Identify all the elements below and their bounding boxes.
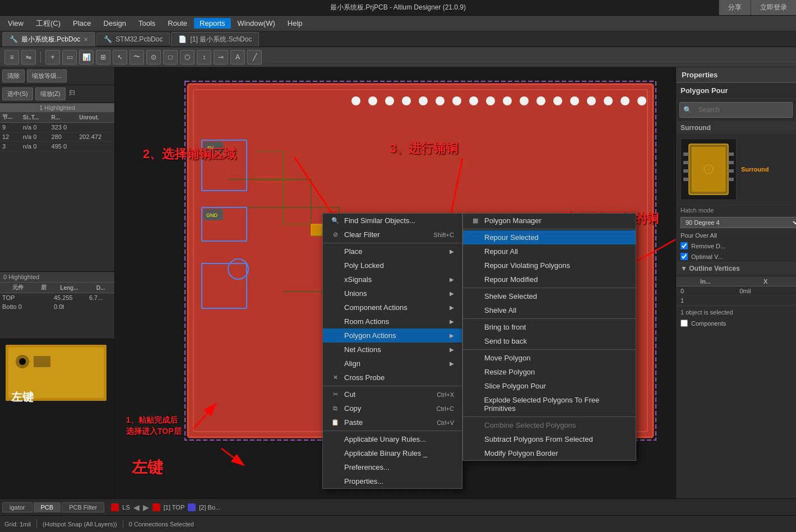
- align-arrow-icon: ▶: [450, 360, 454, 367]
- table-row[interactable]: 3 n/a 0 495 0: [0, 142, 114, 151]
- table-row[interactable]: 1: [676, 296, 796, 306]
- menu-reports[interactable]: Reports: [194, 18, 231, 29]
- tab-sch1-label: [1] 最小系统.SchDoc: [190, 35, 252, 44]
- ctx-repour-selected[interactable]: Repour Selected: [463, 230, 636, 244]
- outline-vertices-section: ▼ Outline Vertices In... X 0 0mil 1: [676, 262, 796, 306]
- menu-window[interactable]: Window(W): [232, 18, 281, 29]
- table-row[interactable]: TOP 45.255 6.7...: [0, 293, 114, 303]
- ctx-find-similar-label: Find Similar Objects...: [344, 216, 415, 225]
- bottom-tab-pcb[interactable]: PCB: [34, 502, 61, 512]
- table-row[interactable]: 9 n/a 0 323 0: [0, 123, 114, 132]
- tab-pcb1-close[interactable]: ✕: [84, 36, 88, 43]
- toolbar-plus-btn[interactable]: +: [45, 50, 60, 64]
- remove-dead-row: Remove D...: [676, 240, 796, 251]
- toolbar-move-btn[interactable]: ⊸: [214, 50, 228, 64]
- toolbar-poly-btn[interactable]: ⬡: [180, 50, 195, 64]
- ctx-slice-polygon[interactable]: Slice Polygon Pour: [463, 379, 636, 393]
- ctx-clear-filter[interactable]: ⊘ Clear Filter Shift+C: [323, 228, 462, 242]
- find-similar-icon: 🔍: [331, 217, 340, 224]
- ctx-properties[interactable]: Properties...: [323, 474, 462, 488]
- ctx-align[interactable]: Align ▶: [323, 357, 462, 371]
- ctx-preferences[interactable]: Preferences...: [323, 460, 462, 474]
- toolbar-grid-btn[interactable]: ⊞: [96, 50, 110, 64]
- hatch-mode-select[interactable]: 90 Degree 4: [681, 217, 796, 228]
- ctx-modify-polygon[interactable]: Modify Polygon Border: [463, 446, 636, 460]
- ctx-polygon-manager[interactable]: ▦ Polygon Manager: [463, 214, 636, 228]
- ctx-cut[interactable]: ✂ Cut Ctrl+X: [323, 387, 462, 401]
- toolbar-rect-btn[interactable]: ▭: [62, 50, 77, 64]
- panel-header: 0 Highlighted: [0, 272, 114, 283]
- search-input[interactable]: [694, 104, 789, 116]
- bottom-tab-igator[interactable]: igator: [2, 502, 33, 512]
- center-canvas[interactable]: 5V GND 2、选择铺铜区域 3、进行铺铜: [115, 67, 675, 498]
- ctx-polygon-actions[interactable]: Polygon Actions ▶: [323, 329, 462, 343]
- vertex-row2-index: 1: [676, 296, 735, 306]
- share-button[interactable]: 分享: [719, 0, 751, 15]
- menu-route[interactable]: Route: [162, 18, 193, 29]
- ctx-bring-to-front[interactable]: Bring to front: [463, 320, 636, 334]
- ctx-explode-polygons[interactable]: Explode Selected Polygons To Free Primit…: [463, 393, 636, 415]
- menu-tools[interactable]: Tools: [133, 18, 161, 29]
- toolbar-text-btn[interactable]: A: [230, 50, 245, 64]
- ctx-move-polygon[interactable]: Move Polygon: [463, 351, 636, 365]
- ctx-subtract-polygons[interactable]: Subtract Polygons From Selected: [463, 432, 636, 446]
- ctx-copy[interactable]: ⧉ Copy Ctrl+C: [323, 401, 462, 415]
- table-row[interactable]: 0 0mil: [676, 286, 796, 296]
- highlighted-badge: 1 Highlighted: [0, 103, 114, 112]
- toolbar-arrow-btn[interactable]: ↕: [197, 50, 211, 64]
- ctx-unions[interactable]: Unions ▶: [323, 286, 462, 300]
- ctx-shelve-selected[interactable]: Shelve Selected: [463, 289, 636, 303]
- ctx-room-actions[interactable]: Room Actions ▶: [323, 314, 462, 329]
- optimal-checkbox[interactable]: [681, 253, 688, 260]
- red-layer-indicator: [111, 503, 119, 511]
- ctx-send-to-back[interactable]: Send to back: [463, 334, 636, 348]
- table-row[interactable]: Botto 0 0.0t: [0, 302, 114, 311]
- ctx-cross-probe[interactable]: ✕ Cross Probe: [323, 371, 462, 385]
- toolbar-line-btn[interactable]: ╱: [247, 50, 262, 64]
- ctx-component-actions[interactable]: Component Actions ▶: [323, 300, 462, 314]
- select-button[interactable]: 选中(S): [2, 87, 33, 100]
- ctx-xsignals[interactable]: xSignals ▶: [323, 272, 462, 286]
- ctx-applicable-binary[interactable]: Applicable Binary Rules _: [323, 446, 462, 460]
- menu-project[interactable]: 工程(C): [30, 17, 66, 30]
- instant-button[interactable]: 立即登录: [751, 0, 796, 15]
- table-row[interactable]: 12 n/a 0 280 202.472: [0, 132, 114, 142]
- toolbar-filter-btn[interactable]: ≡: [4, 50, 19, 64]
- toolbar-wave-btn[interactable]: 〜: [129, 50, 144, 64]
- zoom-button[interactable]: 缩放(Z): [35, 87, 66, 100]
- toolbar-cursor-btn[interactable]: ↖: [113, 50, 127, 64]
- zoom-level-button[interactable]: 缩放等级...: [27, 70, 67, 82]
- ctx-repour-violating[interactable]: Repour Violating Polygons: [463, 258, 636, 272]
- ctx-repour-all[interactable]: Repour All: [463, 244, 636, 258]
- search-icon: 🔍: [683, 106, 692, 114]
- toolbar-chart-btn[interactable]: 📊: [79, 50, 94, 64]
- ctx-repour-modified[interactable]: Repour Modified: [463, 272, 636, 286]
- toolbar-route-btn[interactable]: ⇋: [21, 50, 36, 64]
- layer-nav-prev[interactable]: ◀: [133, 503, 140, 512]
- layer-nav-next[interactable]: ▶: [143, 503, 149, 512]
- components-checkbox[interactable]: [681, 320, 688, 327]
- ctx-find-similar[interactable]: 🔍 Find Similar Objects...: [323, 214, 462, 228]
- surround-section-header[interactable]: Surround: [676, 122, 796, 134]
- ctx-resize-polygon[interactable]: Resize Polygon: [463, 365, 636, 379]
- ctx-applicable-unary[interactable]: Applicable Unary Rules...: [323, 432, 462, 446]
- outline-vertices-header[interactable]: ▼ Outline Vertices: [676, 262, 796, 275]
- ctx-poly-locked[interactable]: Poly Locked: [323, 258, 462, 272]
- ctx-net-actions[interactable]: Net Actions ▶: [323, 343, 462, 357]
- tab-pcb2[interactable]: 🔧 STM32.PcbDoc: [96, 33, 170, 45]
- menu-design[interactable]: Design: [98, 18, 132, 29]
- tab-sch1[interactable]: 📄 [1] 最小系统.SchDoc: [171, 32, 259, 47]
- bottom-tab-pcb-filter[interactable]: PCB Filter: [62, 502, 104, 512]
- ctx-place[interactable]: Place ▶: [323, 244, 462, 258]
- menu-help[interactable]: Help: [282, 18, 308, 29]
- clear-button[interactable]: 清除: [2, 70, 25, 82]
- toolbar-box-btn[interactable]: □: [163, 50, 178, 64]
- menu-place[interactable]: Place: [67, 18, 97, 29]
- status-text: 1 object is selected: [676, 306, 796, 318]
- remove-dead-checkbox[interactable]: [681, 242, 688, 249]
- ctx-shelve-all[interactable]: Shelve All: [463, 303, 636, 317]
- ctx-paste[interactable]: 📋 Paste Ctrl+V: [323, 415, 462, 429]
- tab-pcb1[interactable]: 🔧 最小系统板.PcbDoc ✕: [2, 32, 95, 47]
- toolbar-circle-btn[interactable]: ⊙: [146, 50, 161, 64]
- menu-view[interactable]: View: [2, 18, 29, 29]
